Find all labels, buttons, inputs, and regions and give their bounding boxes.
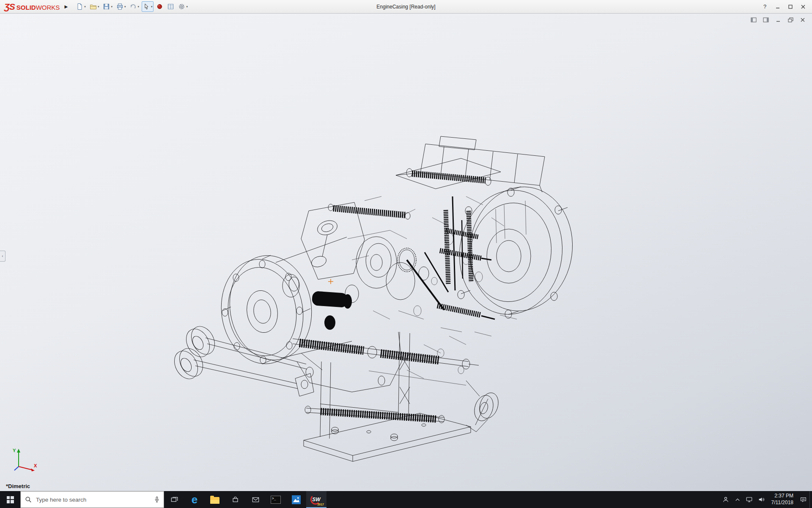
file-properties-button[interactable] — [166, 1, 176, 12]
menu-flyout-arrow[interactable]: ▶ — [63, 4, 69, 9]
file-explorer-icon — [210, 497, 219, 504]
assembly-origin-marker[interactable] — [328, 279, 333, 284]
dock-pane-right-button[interactable] — [762, 16, 770, 24]
person-icon — [722, 496, 729, 503]
solidworks-logo: ƷS SOLID WORKS — [4, 2, 60, 11]
x-axis-arrow — [31, 469, 35, 472]
taskbar-app-store[interactable] — [225, 491, 245, 508]
dropdown-caret[interactable]: ▾ — [124, 5, 126, 8]
solidworks-app-icon: SW 2017 — [310, 494, 323, 505]
taskbar-app-solidworks[interactable]: SW 2017 — [306, 491, 326, 508]
taskbar-app-file-explorer[interactable] — [205, 491, 225, 508]
wireframe-outline — [170, 136, 580, 461]
solidworks-window: ƷS SOLID WORKS ▶ ▾ ▾ ▾ ▾ — [0, 0, 812, 508]
task-view-icon — [171, 497, 178, 502]
wireframe-detail-lines — [348, 196, 526, 385]
print-icon — [116, 3, 123, 10]
select-cursor-icon — [143, 3, 150, 10]
network-monitor-icon — [746, 497, 752, 502]
help-button[interactable]: ? — [759, 2, 771, 12]
undo-button[interactable]: ▾ — [128, 1, 140, 12]
doc-restore-button[interactable] — [786, 16, 795, 24]
document-window-controls — [749, 16, 807, 24]
edge-icon: e — [192, 494, 198, 505]
start-button[interactable] — [0, 491, 20, 508]
doc-minimize-icon — [776, 17, 781, 22]
windows-taskbar: e >_ SW 2017 — [0, 491, 812, 508]
dropdown-caret[interactable]: ▾ — [111, 5, 112, 8]
taskbar-search-box[interactable] — [20, 491, 164, 508]
action-center-button[interactable] — [797, 491, 809, 508]
dock-pane-left-icon — [751, 17, 757, 22]
y-axis-arrow — [17, 449, 20, 453]
clock-time: 2:37 PM — [774, 493, 793, 500]
system-tray: 2:37 PM 7/11/2018 — [719, 491, 812, 508]
save-button[interactable]: ▾ — [102, 1, 114, 12]
microphone-icon[interactable] — [154, 496, 159, 503]
dropdown-caret[interactable]: ▾ — [151, 5, 153, 8]
store-bag-icon — [232, 496, 239, 503]
new-document-icon — [76, 3, 83, 10]
maximize-button[interactable] — [785, 2, 796, 12]
title-bar: ƷS SOLID WORKS ▶ ▾ ▾ ▾ ▾ — [0, 0, 812, 14]
feature-tree-collapse-arrow[interactable]: ‹ — [0, 251, 5, 262]
open-folder-icon — [90, 3, 97, 10]
gear-icon — [178, 3, 185, 10]
tray-hidden-icons-button[interactable] — [732, 491, 743, 508]
taskbar-app-edge[interactable]: e — [184, 491, 205, 508]
dock-pane-left-button[interactable] — [749, 16, 758, 24]
doc-restore-icon — [788, 17, 793, 22]
tray-network-button[interactable] — [743, 491, 755, 508]
action-center-icon — [800, 497, 807, 502]
x-axis-label: X — [34, 463, 37, 468]
doc-close-button[interactable] — [798, 16, 807, 24]
solidworks-year-badge: 2017 — [317, 503, 324, 506]
dropdown-caret[interactable]: ▾ — [98, 5, 99, 8]
window-controls: ? — [759, 2, 812, 12]
undo-icon — [129, 3, 137, 10]
logo-text-solid: SOLID — [16, 4, 36, 11]
options-button[interactable]: ▾ — [177, 1, 189, 12]
document-title: EngineCasing [Read-only] — [376, 4, 435, 10]
command-prompt-icon: >_ — [271, 496, 281, 504]
minimize-icon — [775, 4, 780, 9]
print-button[interactable]: ▾ — [115, 1, 127, 12]
task-view-button[interactable] — [164, 491, 184, 508]
taskbar-app-command-prompt[interactable]: >_ — [266, 491, 286, 508]
taskbar-app-mail[interactable] — [245, 491, 266, 508]
solid-dark-parts — [312, 291, 352, 330]
photos-icon — [292, 495, 301, 504]
tray-volume-button[interactable] — [755, 491, 768, 508]
view-orientation-label: *Dimetric — [6, 483, 30, 489]
taskbar-clock[interactable]: 2:37 PM 7/11/2018 — [768, 491, 798, 508]
dropdown-caret[interactable]: ▾ — [137, 5, 139, 8]
dock-pane-right-icon — [763, 17, 769, 22]
orientation-triad: Y X — [9, 445, 40, 476]
save-icon — [103, 3, 110, 10]
chevron-up-icon — [735, 498, 740, 502]
graphics-viewport[interactable]: ‹ — [0, 14, 812, 491]
red-sphere-button[interactable] — [155, 1, 165, 12]
search-input[interactable] — [36, 497, 150, 503]
select-tool-button[interactable]: ▾ — [142, 1, 154, 12]
dropdown-caret[interactable]: ▾ — [84, 5, 86, 8]
z-axis — [14, 467, 19, 470]
doc-minimize-button[interactable] — [774, 16, 782, 24]
tray-user-button[interactable] — [719, 491, 732, 508]
windows-logo-icon — [7, 496, 14, 503]
clock-date: 7/11/2018 — [771, 500, 794, 506]
taskbar-app-photos[interactable] — [286, 491, 306, 508]
mail-envelope-icon — [252, 497, 259, 502]
new-document-button[interactable]: ▾ — [75, 1, 87, 12]
search-icon — [25, 496, 32, 503]
close-button[interactable] — [797, 2, 809, 12]
show-desktop-button[interactable] — [809, 491, 812, 508]
dassault-ds-mark: ƷS — [4, 2, 15, 11]
maximize-icon — [788, 4, 793, 9]
red-sphere-icon — [156, 3, 163, 10]
minimize-button[interactable] — [772, 2, 783, 12]
open-button[interactable]: ▾ — [88, 1, 101, 12]
engine-casing-wireframe-model[interactable] — [170, 133, 568, 467]
dropdown-caret[interactable]: ▾ — [186, 5, 188, 8]
cmd-prompt-glyph: >_ — [272, 497, 276, 500]
